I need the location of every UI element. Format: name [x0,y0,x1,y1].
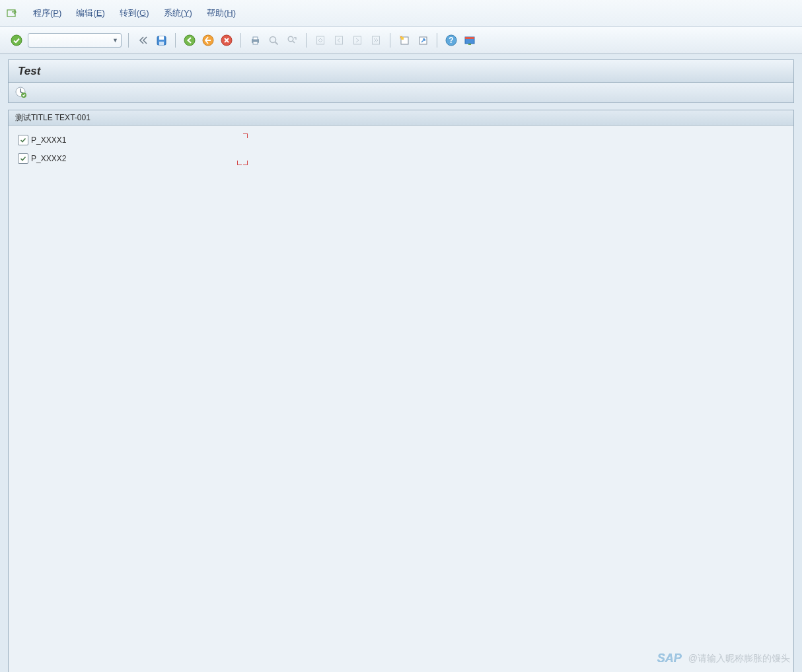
first-page-icon[interactable] [313,33,328,48]
svg-rect-4 [159,42,164,45]
svg-rect-16 [336,36,343,44]
prev-page-icon[interactable] [332,33,346,48]
exit-icon[interactable] [201,33,215,48]
svg-point-5 [184,35,195,46]
svg-rect-3 [159,36,164,40]
svg-point-13 [288,36,293,42]
parameter-row: P_XXXX2 [18,149,787,168]
svg-rect-9 [253,37,258,40]
last-page-icon[interactable] [369,33,383,48]
svg-rect-10 [253,42,258,44]
menu-system[interactable]: 系统(Y) [164,7,192,19]
shortcut-icon[interactable] [416,33,430,48]
svg-point-1 [11,35,22,46]
svg-rect-25 [468,44,471,45]
svg-point-27 [21,93,26,98]
separator [390,33,390,48]
separator [437,33,437,48]
program-title: Test [8,59,794,83]
new-session-icon[interactable] [397,33,412,48]
svg-line-14 [293,41,295,43]
execute-icon[interactable] [14,85,28,100]
parameter-label: P_XXXX2 [31,154,229,163]
enter-icon[interactable] [9,33,24,48]
required-marker [237,133,248,147]
save-icon[interactable] [154,33,168,48]
title-text: Test [18,65,40,78]
checkbox-p-xxxx1[interactable] [18,135,28,145]
layout-icon[interactable] [462,33,477,48]
separator [175,33,176,48]
cancel-icon[interactable] [219,33,234,48]
parameter-label: P_XXXX1 [31,135,229,145]
find-icon[interactable] [266,33,281,48]
separator [128,33,129,48]
selection-screen: 测试TITLE TEXT-001 P_XXXX1 P_XXXX2 [8,110,794,672]
menu-goto[interactable]: 转到(G) [120,7,149,19]
parameter-row: P_XXXX1 [18,131,787,149]
checkbox-p-xxxx2[interactable] [18,153,28,164]
next-page-icon[interactable] [350,33,365,48]
required-marker [237,152,248,165]
application-toolbar [8,83,794,103]
svg-rect-17 [354,36,361,44]
menu-edit[interactable]: 编辑(E) [76,7,104,19]
separator [240,33,241,48]
menu-bar: 程序(P) 编辑(E) 转到(G) 系统(Y) 帮助(H) [0,0,802,27]
standard-toolbar: ▼ ? [0,27,802,54]
group-title: 测试TITLE TEXT-001 [9,110,793,126]
menu-help[interactable]: 帮助(H) [207,7,236,19]
parameter-group: 测试TITLE TEXT-001 P_XXXX1 P_XXXX2 [9,110,793,181]
back-icon[interactable] [182,33,197,48]
svg-rect-15 [317,36,324,44]
print-icon[interactable] [248,33,262,48]
command-field[interactable]: ▼ [28,33,122,48]
collapse-icon[interactable] [135,33,150,48]
svg-line-12 [275,42,277,44]
svg-point-11 [270,36,275,42]
svg-text:?: ? [449,36,453,45]
menu-program[interactable]: 程序(P) [33,7,61,19]
svg-rect-24 [465,37,474,39]
menu-icon[interactable] [7,8,18,19]
find-next-icon[interactable] [285,33,299,48]
separator [306,33,307,48]
help-icon[interactable]: ? [444,33,458,48]
